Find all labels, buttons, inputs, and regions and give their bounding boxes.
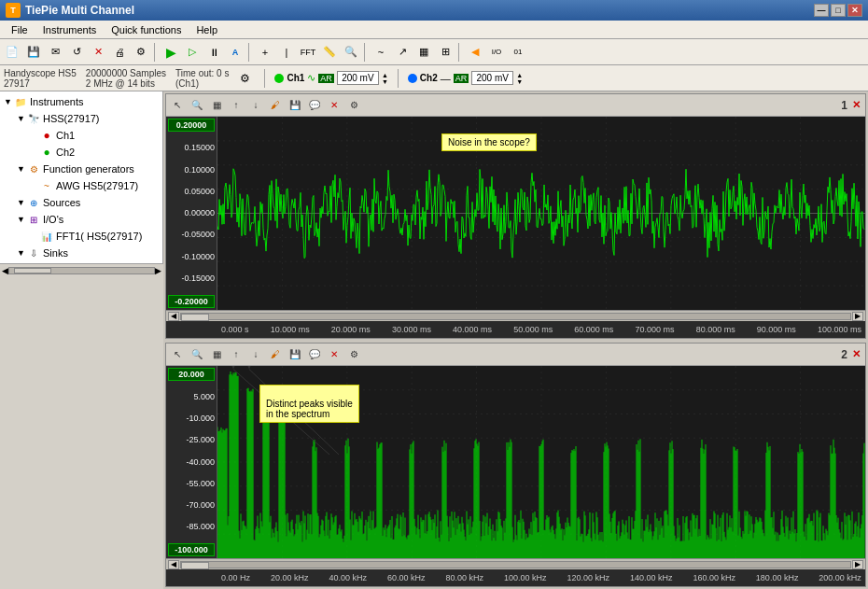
add-ch-button[interactable]: + <box>255 42 275 63</box>
chart1-annotate-btn[interactable]: 💬 <box>305 96 324 115</box>
sidebar-item-fft[interactable]: 📊 FFT1( HS5(27917) <box>2 228 161 245</box>
chart2-scroll-track[interactable] <box>180 561 851 568</box>
chart2-cross-btn[interactable]: ✕ <box>325 345 343 364</box>
chart2-plot[interactable]: Distinct peaks visible in the spectrum <box>217 366 865 558</box>
settings-button[interactable]: ⚙ <box>131 42 151 63</box>
io-button[interactable]: I/O <box>486 42 507 63</box>
chart2-annotate-btn[interactable]: 💬 <box>305 345 324 364</box>
open-button[interactable]: 💾 <box>23 42 44 63</box>
chart2-scroll-right[interactable]: ▶ <box>852 560 863 569</box>
menu-file[interactable]: File <box>4 22 35 37</box>
ch1-spin[interactable]: ▲ ▼ <box>382 72 388 85</box>
scroll-track[interactable] <box>8 267 155 274</box>
expand-sources[interactable]: ▼ <box>17 198 26 207</box>
zoom-button[interactable]: 🔍 <box>341 42 361 63</box>
chart2-up-btn[interactable]: ↑ <box>227 345 245 364</box>
chart2-x-6: 120.00 kHz <box>567 573 609 582</box>
chart1-up-btn[interactable]: ↑ <box>227 96 245 115</box>
ch1-up[interactable]: ▲ <box>382 72 388 78</box>
sidebar-item-sources[interactable]: ▼ ⊕ Sources <box>2 194 161 211</box>
scroll-right-icon[interactable]: ▶ <box>155 266 161 275</box>
chart1-zoom-btn[interactable]: 🔍 <box>188 96 206 115</box>
ch1-down[interactable]: ▼ <box>382 78 388 85</box>
new-button[interactable]: 📄 <box>2 42 22 63</box>
chart2-zoom-btn[interactable]: 🔍 <box>188 345 206 364</box>
close-button[interactable]: ✕ <box>847 4 862 17</box>
measure-button[interactable]: 📏 <box>319 42 340 63</box>
sidebar-container: ▼ 📁 Instruments ▼ 🔭 HSS(27917) ● Ch1 <box>0 91 163 589</box>
chart2-down-btn[interactable]: ↓ <box>246 345 265 364</box>
menu-instruments[interactable]: Instruments <box>35 22 104 37</box>
sidebar-item-ch2[interactable]: ● Ch2 <box>2 144 161 161</box>
chart1-down-btn[interactable]: ↓ <box>246 96 265 115</box>
chart1-grid-btn[interactable]: ▦ <box>207 96 226 115</box>
ch2-spin[interactable]: ▲ ▼ <box>516 72 523 85</box>
sidebar-scrollbar[interactable]: ◀ ▶ <box>0 263 163 276</box>
wave-gen-button[interactable]: ~ <box>371 42 391 63</box>
chart1-scroll-thumb[interactable] <box>181 314 209 321</box>
sidebar-item-hss[interactable]: ▼ 🔭 HSS(27917) <box>2 110 161 127</box>
ch1-mv[interactable]: 200 mV <box>337 71 379 85</box>
minimize-button[interactable]: — <box>814 4 829 17</box>
sidebar-item-instruments[interactable]: ▼ 📁 Instruments <box>2 93 161 110</box>
fft-button[interactable]: FFT <box>298 42 318 63</box>
chart2-scroll-thumb[interactable] <box>181 562 209 569</box>
maximize-button[interactable]: □ <box>831 4 846 17</box>
menu-quick-functions[interactable]: Quick functions <box>104 22 189 37</box>
chart1-scrollbar[interactable]: ◀ ▶ <box>166 310 865 321</box>
back-button[interactable]: ◀ <box>465 42 485 63</box>
expand-ios[interactable]: ▼ <box>17 215 26 224</box>
sidebar-item-ch1[interactable]: ● Ch1 <box>2 127 161 144</box>
scroll-thumb[interactable] <box>14 268 51 273</box>
chart2-color-btn[interactable]: 🖌 <box>266 345 285 364</box>
chart1-color-btn[interactable]: 🖌 <box>266 96 285 115</box>
chart1-cross-btn[interactable]: ✕ <box>325 96 343 115</box>
grid-button[interactable]: ⊞ <box>435 42 455 63</box>
chart1-scroll-left[interactable]: ◀ <box>168 312 179 321</box>
layout-button[interactable]: ▦ <box>413 42 434 63</box>
chart2-scroll-left[interactable]: ◀ <box>168 560 179 569</box>
sidebar-item-ios[interactable]: ▼ ⊞ I/O's <box>2 211 161 228</box>
chart1-scroll-right[interactable]: ▶ <box>852 312 863 321</box>
chart2-close[interactable]: ✕ <box>852 348 861 360</box>
window-controls: — □ ✕ <box>814 4 862 17</box>
chart1-x-8: 80.000 ms <box>696 325 735 334</box>
expand-hss[interactable]: ▼ <box>17 114 26 123</box>
bits-button[interactable]: 01 <box>508 42 528 63</box>
play-button[interactable]: ▶ <box>161 42 181 63</box>
sidebar: ▼ 📁 Instruments ▼ 🔭 HSS(27917) ● Ch1 <box>0 91 163 263</box>
ch2-down[interactable]: ▼ <box>516 78 523 85</box>
scroll-left-icon[interactable]: ◀ <box>2 266 8 275</box>
chart1-save-btn[interactable]: 💾 <box>286 96 304 115</box>
chart2-settings-btn[interactable]: ⚙ <box>344 345 363 364</box>
expand-instruments[interactable]: ▼ <box>4 97 13 106</box>
email-button[interactable]: ✉ <box>45 42 65 63</box>
play-single-button[interactable]: ▷ <box>182 42 203 63</box>
chart1-settings-btn[interactable]: ⚙ <box>344 96 363 115</box>
chart1-plot[interactable]: Noise in the scope? <box>217 117 865 310</box>
ch2-up[interactable]: ▲ <box>516 72 523 78</box>
chart1-scroll-track[interactable] <box>180 313 851 320</box>
chart2-scrollbar[interactable]: ◀ ▶ <box>166 558 865 569</box>
menu-help[interactable]: Help <box>189 22 225 37</box>
scope-settings-button[interactable]: ⚙ <box>234 68 255 89</box>
sidebar-item-awg[interactable]: ~ AWG HS5(27917) <box>2 177 161 194</box>
print-button[interactable]: 🖨 <box>109 42 130 63</box>
expand-sinks[interactable]: ▼ <box>17 248 26 258</box>
stop-button[interactable]: ✕ <box>88 42 108 63</box>
chart2-cursor-btn[interactable]: ↖ <box>168 345 187 364</box>
sidebar-item-sinks[interactable]: ▼ ⇩ Sinks <box>2 245 161 261</box>
chart1-cursor-btn[interactable]: ↖ <box>168 96 187 115</box>
chart2-save-btn[interactable]: 💾 <box>286 345 304 364</box>
auto-button[interactable]: A <box>225 42 245 63</box>
export-button[interactable]: ↗ <box>392 42 413 63</box>
ch2-mv[interactable]: 200 mV <box>471 71 513 85</box>
refresh-button[interactable]: ↺ <box>66 42 87 63</box>
chart2-y-7: -85.000 <box>168 522 215 532</box>
chart2-grid-btn[interactable]: ▦ <box>207 345 226 364</box>
expand-funcgen[interactable]: ▼ <box>17 164 26 174</box>
cursor-button[interactable]: | <box>276 42 297 63</box>
pause-button[interactable]: ⏸ <box>203 42 224 63</box>
sidebar-item-funcgen[interactable]: ▼ ⚙ Function generators <box>2 161 161 177</box>
chart1-close[interactable]: ✕ <box>852 99 861 111</box>
